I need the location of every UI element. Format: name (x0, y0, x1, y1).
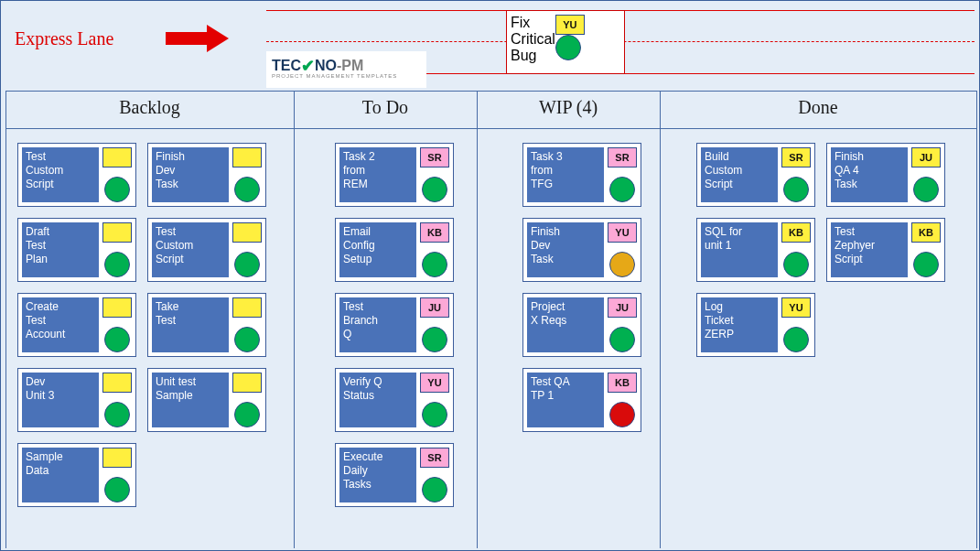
column-header: Backlog (5, 91, 294, 129)
kanban-card[interactable]: ExecuteDailyTasksSR (335, 443, 454, 507)
kanban-card[interactable]: Verify QStatusYU (335, 368, 454, 432)
assignee-badge: JU (911, 147, 941, 167)
card-title: DevUnit 3 (22, 373, 99, 427)
assignee-badge: JU (420, 297, 449, 318)
status-dot (422, 177, 447, 202)
kanban-card[interactable]: TestCustomScript (17, 143, 136, 207)
kanban-card[interactable]: FinishDevTaskYU (522, 218, 641, 282)
status-dot (422, 252, 447, 277)
status-dot (104, 402, 130, 427)
express-lane-label: Express Lane (15, 28, 113, 49)
card-title: TestBranchQ (339, 297, 416, 352)
assignee-badge (232, 373, 262, 393)
kanban-card[interactable]: TestZephyerScriptKB (826, 218, 945, 282)
column-cards: Task 2fromREMSREmailConfigSetupKBTestBra… (335, 143, 463, 507)
assignee-badge: YU (420, 373, 449, 393)
assignee-badge: KB (911, 222, 941, 243)
kanban-card[interactable]: TestBranchQJU (335, 293, 454, 357)
card-title: Unit testSample (152, 373, 229, 427)
assignee-badge (102, 448, 132, 468)
assignee-badge: YU (555, 15, 585, 35)
status-dot (913, 252, 939, 277)
card-title: TestCustomScript (152, 222, 229, 277)
assignee-badge: SR (420, 147, 449, 167)
card-title: BuildCustomScript (701, 147, 778, 202)
column-separator (294, 91, 295, 548)
kanban-card[interactable]: FinishDevTask (147, 143, 266, 207)
kanban-card[interactable]: ProjectX ReqsJU (522, 293, 641, 357)
kanban-card[interactable]: TakeTest (147, 293, 266, 357)
card-title: TakeTest (152, 297, 229, 352)
assignee-badge: KB (420, 222, 449, 243)
status-dot (104, 177, 130, 202)
kanban-card[interactable]: Test QATP 1KB (522, 368, 641, 432)
assignee-badge: SR (608, 147, 637, 167)
card-title: TestZephyerScript (831, 222, 908, 277)
status-dot (422, 477, 447, 502)
status-dot (104, 477, 130, 502)
kanban-card[interactable]: Unit testSample (147, 368, 266, 432)
kanban-card[interactable]: BuildCustomScriptSR (696, 143, 815, 207)
status-dot (234, 327, 260, 352)
status-dot (104, 327, 130, 352)
card-title: DraftTestPlan (22, 222, 99, 277)
card-title: Verify QStatus (339, 373, 416, 427)
status-dot (104, 252, 130, 277)
status-dot (555, 35, 581, 60)
card-title: TestCustomScript (22, 147, 99, 202)
kanban-card[interactable]: EmailConfigSetupKB (335, 218, 454, 282)
status-dot (234, 177, 260, 202)
assignee-badge (102, 297, 132, 318)
status-dot (422, 327, 447, 352)
assignee-badge (102, 373, 132, 393)
kanban-card[interactable]: DraftTestPlan (17, 218, 136, 282)
kanban-card[interactable]: Task 3fromTFGSR (522, 143, 641, 207)
column-cards: TestCustomScriptFinishDevTaskDraftTestPl… (17, 143, 283, 507)
card-title: SampleData (22, 448, 99, 502)
card-title: CreateTestAccount (22, 297, 99, 352)
card-title: LogTicketZERP (701, 297, 778, 352)
kanban-card[interactable]: FinishQA 4TaskJU (826, 143, 945, 207)
card-title: FinishDevTask (527, 222, 604, 277)
column-separator (5, 91, 6, 548)
assignee-badge: KB (781, 222, 811, 243)
card-title: SQL forunit 1 (701, 222, 778, 277)
kanban-card[interactable]: LogTicketZERPYU (696, 293, 815, 357)
column-separator (660, 91, 661, 548)
column-header: Done (660, 91, 976, 129)
assignee-badge (102, 147, 132, 167)
card-title: FinishQA 4Task (831, 147, 908, 202)
card-title: FinishDevTask (152, 147, 229, 202)
column-cards: BuildCustomScriptSRFinishQA 4TaskJUSQL f… (696, 143, 962, 357)
status-dot (609, 177, 635, 202)
kanban-card[interactable]: SQL forunit 1KB (696, 218, 815, 282)
status-dot (783, 252, 809, 277)
column-header: WIP (4) (477, 91, 660, 129)
kanban-card[interactable]: TestCustomScript (147, 218, 266, 282)
logo: TEC✔NO-PM PROJECT MANAGEMENT TEMPLATES (266, 51, 426, 88)
card-title: Task 3fromTFG (527, 147, 604, 202)
assignee-badge: KB (608, 373, 637, 393)
status-dot (234, 402, 260, 427)
kanban-card[interactable]: CreateTestAccount (17, 293, 136, 357)
assignee-badge (232, 297, 262, 318)
assignee-badge: JU (608, 297, 637, 318)
status-dot (609, 252, 635, 277)
assignee-badge: YU (608, 222, 637, 243)
kanban-card[interactable]: DevUnit 3 (17, 368, 136, 432)
kanban-card[interactable]: SampleData (17, 443, 136, 507)
status-dot (422, 402, 447, 427)
status-dot (783, 327, 809, 352)
assignee-badge (102, 222, 132, 243)
column-header: To Do (294, 91, 477, 129)
express-card[interactable]: FixCriticalBug YU (506, 10, 625, 74)
card-title: FixCriticalBug (511, 15, 555, 70)
arrow-icon (166, 28, 230, 49)
status-dot (783, 177, 809, 202)
column-separator (976, 91, 977, 548)
status-dot (913, 177, 939, 202)
kanban-card[interactable]: Task 2fromREMSR (335, 143, 454, 207)
assignee-badge: SR (420, 448, 449, 468)
assignee-badge (232, 147, 262, 167)
card-title: ProjectX Reqs (527, 297, 604, 352)
